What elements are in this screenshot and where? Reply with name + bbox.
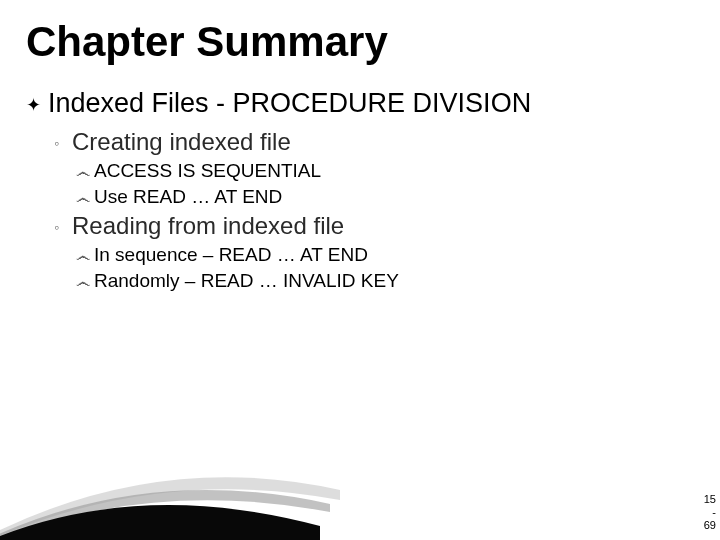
decorative-swoosh <box>0 430 340 540</box>
slide: Chapter Summary ✦ Indexed Files - PROCED… <box>0 0 720 540</box>
bullet-marker-l3: ෴ <box>76 160 94 184</box>
level3-text: In sequence – READ … AT END <box>94 244 694 266</box>
level2-text: Creating indexed file <box>72 128 694 156</box>
level2-bullet: ◦ Reading from indexed file <box>54 212 694 242</box>
level1-text: Indexed Files - PROCEDURE DIVISION <box>48 88 694 119</box>
bullet-marker-l3: ෴ <box>76 186 94 210</box>
page-number-dash: - <box>704 506 716 519</box>
level2-text: Reading from indexed file <box>72 212 694 240</box>
bullet-marker-l2: ◦ <box>54 212 72 242</box>
level3-text: Use READ … AT END <box>94 186 694 208</box>
level3-text: ACCESS IS SEQUENTIAL <box>94 160 694 182</box>
level3-bullet: ෴ In sequence – READ … AT END <box>76 244 694 268</box>
bullet-marker-l2: ◦ <box>54 128 72 158</box>
bullet-marker-l3: ෴ <box>76 270 94 294</box>
level2-bullet: ◦ Creating indexed file <box>54 128 694 158</box>
page-number: 15 - 69 <box>704 493 716 532</box>
bullet-marker-l1: ✦ <box>26 88 48 122</box>
page-number-top: 15 <box>704 493 716 506</box>
page-title: Chapter Summary <box>26 18 694 66</box>
level3-text: Randomly – READ … INVALID KEY <box>94 270 694 292</box>
bullet-marker-l3: ෴ <box>76 244 94 268</box>
level3-bullet: ෴ Use READ … AT END <box>76 186 694 210</box>
page-number-bottom: 69 <box>704 519 716 532</box>
level3-bullet: ෴ Randomly – READ … INVALID KEY <box>76 270 694 294</box>
level3-bullet: ෴ ACCESS IS SEQUENTIAL <box>76 160 694 184</box>
level1-bullet: ✦ Indexed Files - PROCEDURE DIVISION <box>26 88 694 122</box>
